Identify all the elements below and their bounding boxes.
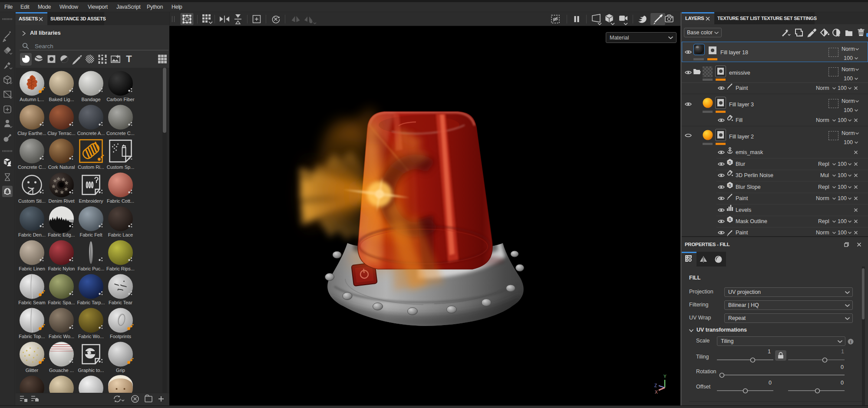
svg-text:X: X	[655, 390, 658, 395]
svg-text:i: i	[850, 339, 851, 344]
svg-text:Y: Y	[663, 374, 667, 379]
svg-text:T: T	[126, 53, 132, 64]
svg-text:S: S	[729, 183, 731, 188]
svg-text:S: S	[729, 217, 731, 222]
svg-text:Z: Z	[654, 383, 657, 388]
svg-text:S: S	[729, 160, 731, 165]
